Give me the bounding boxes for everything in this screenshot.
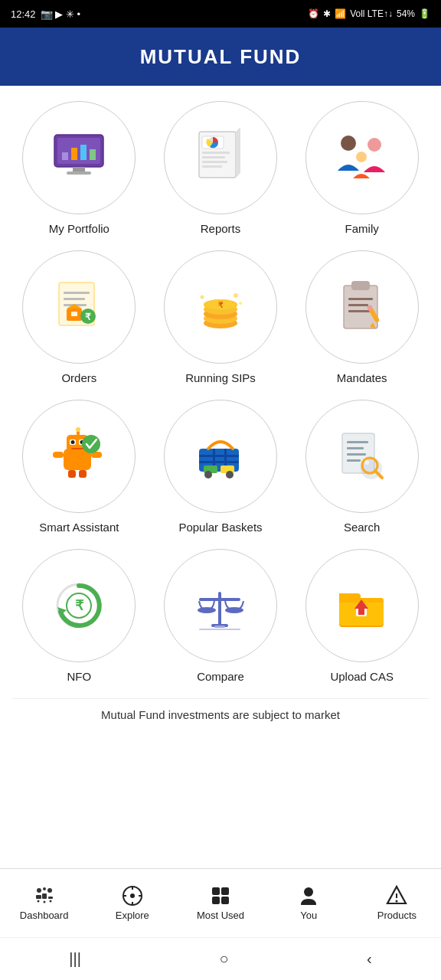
svg-rect-79 bbox=[199, 598, 240, 601]
svg-rect-5 bbox=[90, 149, 96, 160]
nfo-icon: ₹ bbox=[44, 571, 113, 640]
svg-rect-40 bbox=[348, 310, 370, 312]
svg-point-51 bbox=[76, 427, 80, 432]
circle-smart-assistant bbox=[22, 400, 136, 513]
portfolio-icon bbox=[44, 123, 113, 192]
svg-text:₹: ₹ bbox=[218, 301, 224, 309]
svg-rect-59 bbox=[199, 461, 239, 463]
upload-cas-icon bbox=[328, 571, 397, 640]
svg-rect-83 bbox=[214, 626, 225, 628]
grid-item-running-sips[interactable]: ₹ Running SIPs bbox=[154, 250, 288, 384]
label-nfo: NFO bbox=[67, 670, 91, 683]
battery-icon: 🔋 bbox=[419, 8, 430, 19]
nav-label-you: You bbox=[300, 910, 317, 921]
app-header: MUTUAL FUND bbox=[0, 28, 441, 86]
svg-point-74 bbox=[364, 460, 369, 465]
sips-icon: ₹ bbox=[186, 273, 255, 341]
svg-rect-78 bbox=[218, 592, 221, 626]
svg-rect-14 bbox=[202, 165, 222, 168]
svg-point-90 bbox=[37, 888, 41, 893]
label-orders: Orders bbox=[61, 371, 96, 384]
svg-rect-95 bbox=[48, 897, 53, 899]
svg-rect-23 bbox=[71, 312, 77, 316]
svg-point-34 bbox=[239, 302, 242, 305]
svg-rect-3 bbox=[71, 148, 77, 160]
alarm-icon: ⏰ bbox=[308, 8, 319, 19]
nav-item-most-used[interactable]: Most Used bbox=[176, 885, 264, 921]
svg-rect-7 bbox=[67, 172, 91, 175]
status-left: 12:42 📷 ▶ ✳ • bbox=[11, 8, 80, 20]
status-bar: 12:42 📷 ▶ ✳ • ⏰ ✱ 📶 Voll LTE↑↓ 54% 🔋 bbox=[0, 0, 441, 28]
svg-point-17 bbox=[356, 152, 367, 162]
svg-rect-55 bbox=[68, 470, 76, 478]
svg-point-33 bbox=[234, 293, 238, 298]
reports-icon bbox=[186, 123, 255, 192]
grid-item-nfo[interactable]: ₹ NFO bbox=[12, 549, 146, 683]
compare-icon bbox=[186, 571, 255, 640]
grid-item-mandates[interactable]: Mandates bbox=[295, 250, 429, 384]
label-family: Family bbox=[345, 222, 379, 235]
svg-rect-19 bbox=[64, 292, 90, 294]
svg-point-100 bbox=[130, 893, 135, 898]
grid-item-compare[interactable]: Compare bbox=[154, 549, 288, 683]
circle-running-sips: ₹ bbox=[164, 250, 277, 364]
svg-point-15 bbox=[341, 136, 356, 151]
svg-rect-58 bbox=[199, 455, 239, 457]
svg-rect-56 bbox=[79, 470, 87, 478]
svg-text:₹: ₹ bbox=[85, 312, 91, 322]
svg-rect-36 bbox=[344, 286, 377, 328]
grid-item-popular-baskets[interactable]: Popular Baskets bbox=[154, 400, 288, 534]
grid-item-smart-assistant[interactable]: Smart Assistant bbox=[12, 400, 146, 534]
grid-item-family[interactable]: Family bbox=[295, 101, 429, 235]
circle-mandates bbox=[305, 250, 419, 364]
svg-rect-38 bbox=[348, 298, 373, 300]
svg-point-35 bbox=[200, 296, 204, 299]
svg-point-91 bbox=[43, 887, 46, 890]
svg-point-16 bbox=[368, 138, 381, 152]
bluetooth-icon: ✱ bbox=[323, 8, 331, 19]
disclaimer-text: Mutual Fund investments are subject to m… bbox=[12, 698, 429, 730]
nav-item-you[interactable]: You bbox=[265, 885, 353, 921]
products-icon bbox=[386, 885, 407, 906]
svg-point-65 bbox=[226, 471, 234, 479]
svg-rect-13 bbox=[202, 161, 227, 163]
nav-label-dashboard: Dashboard bbox=[20, 910, 69, 921]
svg-rect-11 bbox=[202, 152, 230, 154]
label-compare: Compare bbox=[197, 670, 244, 683]
svg-point-54 bbox=[82, 435, 100, 453]
grid-item-reports[interactable]: Reports bbox=[154, 101, 288, 235]
svg-text:₹: ₹ bbox=[75, 598, 84, 613]
svg-rect-84 bbox=[199, 629, 240, 630]
status-right: ⏰ ✱ 📶 Voll LTE↑↓ 54% 🔋 bbox=[308, 8, 430, 19]
circle-reports bbox=[164, 101, 277, 214]
svg-rect-70 bbox=[347, 459, 361, 462]
grid-item-search[interactable]: Search bbox=[295, 400, 429, 534]
circle-compare bbox=[164, 549, 277, 662]
bottom-nav: Dashboard Explore Most Used bbox=[0, 868, 441, 937]
circle-popular-baskets bbox=[164, 400, 277, 513]
svg-rect-20 bbox=[64, 298, 85, 300]
svg-rect-68 bbox=[347, 447, 364, 449]
nav-item-explore[interactable]: Explore bbox=[88, 885, 176, 921]
grid-item-my-portfolio[interactable]: My Portfolio bbox=[12, 101, 146, 235]
label-my-portfolio: My Portfolio bbox=[49, 222, 109, 235]
circle-my-portfolio bbox=[22, 101, 136, 214]
time: 12:42 bbox=[11, 8, 36, 20]
mandates-icon bbox=[328, 273, 397, 341]
svg-point-64 bbox=[204, 471, 212, 479]
grid-item-upload-cas[interactable]: Upload CAS bbox=[295, 549, 429, 683]
sys-nav-home[interactable]: ○ bbox=[219, 950, 228, 968]
svg-point-109 bbox=[304, 887, 313, 897]
sys-nav-back[interactable]: ‹ bbox=[367, 950, 372, 968]
notif-icons: 📷 ▶ ✳ • bbox=[41, 8, 80, 20]
menu-grid: My Portfolio bbox=[12, 101, 429, 683]
grid-item-orders[interactable]: ₹ Orders bbox=[12, 250, 146, 384]
nav-item-dashboard[interactable]: Dashboard bbox=[0, 885, 88, 921]
svg-point-92 bbox=[47, 888, 52, 893]
label-mandates: Mandates bbox=[337, 371, 387, 384]
nav-item-products[interactable]: Products bbox=[353, 885, 441, 921]
svg-rect-93 bbox=[36, 895, 41, 899]
circle-search bbox=[305, 400, 419, 513]
sys-nav-recents[interactable]: ||| bbox=[69, 950, 81, 968]
svg-point-97 bbox=[43, 901, 45, 903]
